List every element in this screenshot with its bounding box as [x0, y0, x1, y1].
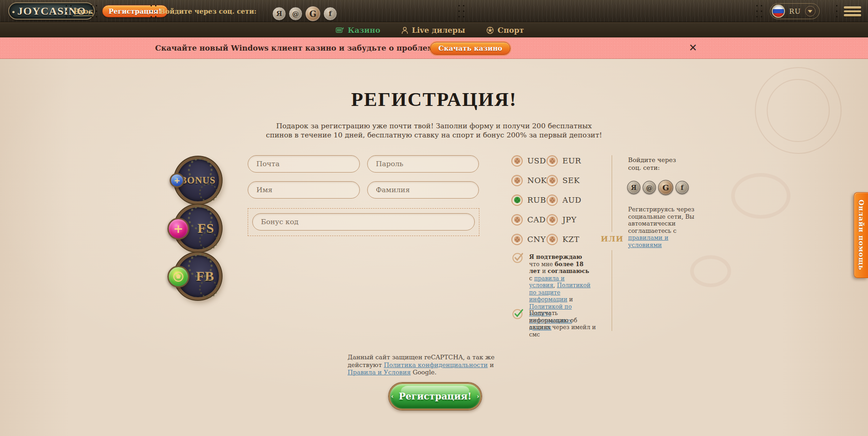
register-submit-button[interactable]: ‹ Регистрация! ›	[389, 383, 482, 410]
consent-bold: Я подтверждаю	[529, 253, 582, 260]
online-help-tab[interactable]: Онлайн помощь	[854, 192, 868, 278]
currency-jpy[interactable]: JPY	[546, 214, 582, 226]
currency-sek[interactable]: SEK	[546, 174, 582, 186]
mailru-icon[interactable]: @	[289, 7, 302, 21]
currency-code: EUR	[562, 156, 581, 165]
currency-rub[interactable]: RUB	[511, 194, 546, 206]
page-title: РЕГИСТРАЦИЯ!	[0, 88, 868, 110]
close-icon[interactable]: ✕	[689, 43, 697, 53]
social-panel-title: Войдите через соц. сети:	[628, 156, 687, 172]
mailru-icon[interactable]: @	[643, 181, 656, 194]
live-dealer-icon	[401, 26, 408, 34]
freespins-badge: + FS	[177, 207, 219, 249]
currency-aud[interactable]: AUD	[546, 194, 582, 206]
bonus-code-field[interactable]	[252, 213, 475, 231]
password-field[interactable]	[367, 155, 479, 173]
google-terms-link[interactable]: Правила и Условия	[348, 368, 411, 376]
terms-and-conditions-link[interactable]: правилами и условиями	[628, 234, 668, 248]
radio-icon	[511, 234, 523, 245]
radio-icon	[546, 175, 558, 186]
language-selector[interactable]: RU	[770, 3, 820, 19]
recaptcha-text: Google.	[411, 368, 437, 376]
recaptcha-notice: Данный сайт защищен reCAPTCHA, а так же …	[348, 353, 521, 376]
rivet-decoration	[70, 5, 72, 6]
facebook-icon[interactable]: f	[323, 7, 337, 21]
consent-text: что мне	[529, 261, 555, 268]
rivet-decoration	[756, 5, 758, 6]
currency-cad[interactable]: CAD	[511, 214, 546, 226]
yandex-icon[interactable]: Я	[627, 181, 640, 194]
russia-flag-icon	[772, 5, 785, 18]
currency-code: USD	[527, 156, 546, 165]
header-register-button[interactable]: Регистрация!	[102, 5, 168, 17]
google-icon[interactable]: G	[305, 6, 321, 21]
rivet-decoration	[761, 5, 762, 6]
menu-icon[interactable]	[844, 6, 861, 18]
vertical-divider	[612, 250, 612, 331]
radio-icon	[511, 214, 523, 226]
first-name-field[interactable]	[248, 181, 360, 199]
tab-live-dealers[interactable]: Live дилеры	[401, 26, 465, 35]
background-stain	[690, 255, 731, 287]
joycasino-registration-page: JOYCASINO Вход Регистрация! Войдите чере…	[0, 0, 868, 436]
email-field[interactable]	[248, 155, 360, 173]
main-nav: Казино Live дилеры Спорт	[0, 22, 868, 37]
privacy-policy-link[interactable]: Политика конфиденциальности	[384, 361, 488, 368]
consent-text: и	[567, 296, 573, 303]
slots-icon	[336, 26, 344, 34]
recaptcha-text: и	[488, 361, 494, 368]
radio-icon	[546, 214, 558, 226]
social-login-prompt: Войдите через соц. сети:	[160, 7, 256, 15]
radio-icon	[546, 234, 558, 245]
registration-content: РЕГИСТРАЦИЯ! Подарок за регистрацию уже …	[0, 59, 868, 436]
rivet-decoration	[463, 5, 464, 6]
facebook-icon[interactable]: f	[676, 181, 689, 194]
background-stain	[731, 173, 790, 219]
currency-nok[interactable]: NOK	[511, 174, 546, 186]
sport-ball-icon	[486, 26, 494, 34]
page-subtitle: Подарок за регистрацию уже почти твой! З…	[0, 122, 868, 140]
tab-label: Live дилеры	[412, 26, 465, 35]
download-casino-button[interactable]: Скачать казино	[430, 42, 510, 55]
rivet-decoration	[66, 5, 67, 6]
header-social-icons: Я @ G f	[272, 6, 337, 21]
submit-label: Регистрация!	[399, 391, 472, 402]
currency-cny[interactable]: CNY	[511, 233, 546, 245]
or-label: ИЛИ	[600, 234, 624, 243]
note-text: Регистрируясь через социальные сети, Вы …	[628, 206, 694, 234]
rivet-decoration	[155, 5, 156, 6]
currency-selector: USD EUR NOK SEK RUB AUD	[511, 155, 582, 245]
yandex-icon[interactable]: Я	[272, 7, 286, 21]
currency-usd[interactable]: USD	[511, 155, 546, 167]
age-consent-checkbox[interactable]	[512, 251, 525, 266]
radio-icon	[546, 155, 558, 167]
language-code: RU	[789, 7, 801, 16]
tab-sport[interactable]: Спорт	[486, 26, 524, 35]
last-name-field[interactable]	[367, 181, 479, 199]
consent-text: ,	[553, 282, 557, 289]
freebet-badge: FB	[177, 255, 219, 297]
radio-icon	[511, 194, 523, 206]
freespins-orb-icon: +	[167, 218, 189, 240]
radio-icon	[511, 155, 523, 167]
tab-label: Казино	[348, 26, 380, 35]
rivet-decoration	[96, 5, 97, 6]
currency-eur[interactable]: EUR	[546, 155, 582, 167]
currency-code: SEK	[562, 176, 580, 185]
currency-code: NOK	[527, 176, 547, 185]
currency-kzt[interactable]: KZT	[546, 233, 582, 245]
vertical-divider	[612, 155, 612, 232]
promo-consent-checkbox[interactable]	[512, 307, 525, 322]
currency-code: CNY	[527, 235, 546, 244]
right-arrow-decoration: ›	[477, 392, 479, 400]
left-arrow-decoration: ‹	[391, 392, 394, 400]
online-help-label: Онлайн помощь	[857, 200, 865, 270]
google-icon[interactable]: G	[658, 180, 673, 195]
currency-code: KZT	[562, 235, 579, 244]
currency-code: RUB	[527, 195, 546, 205]
chevron-down-icon[interactable]	[805, 6, 816, 16]
login-link[interactable]: Вход	[73, 7, 93, 16]
download-client-banner: Скачайте новый Windows клиент казино и з…	[0, 37, 868, 59]
tab-casino[interactable]: Казино	[336, 26, 380, 35]
currency-code: AUD	[562, 195, 582, 205]
